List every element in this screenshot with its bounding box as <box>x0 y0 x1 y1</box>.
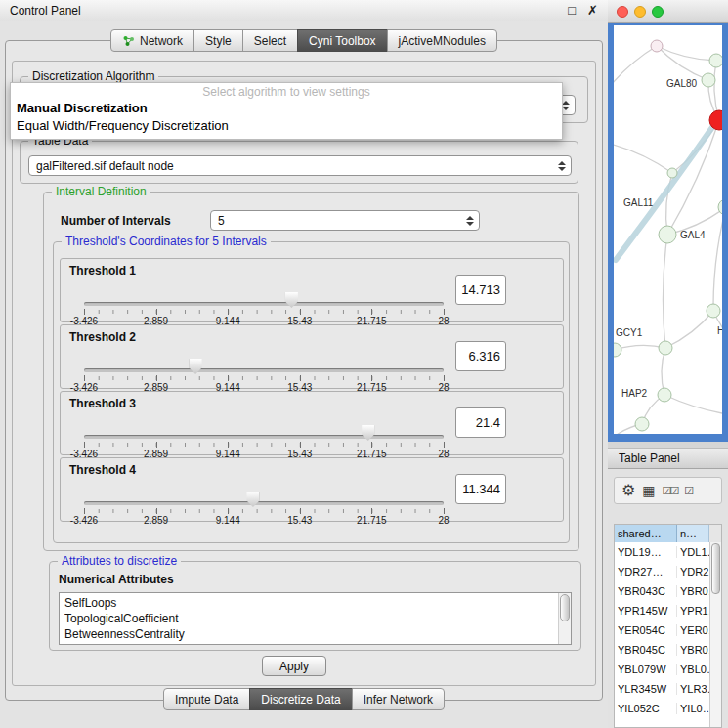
tab-label: Style <box>205 34 232 48</box>
attribute-item[interactable]: BetweennessCentrality <box>64 626 566 642</box>
attributes-legend: Attributes to discretize <box>58 554 181 568</box>
table-row[interactable]: YDL19…YDL1… <box>615 542 721 562</box>
network-node[interactable] <box>614 343 621 357</box>
attribute-item[interactable]: TopologicalCoefficient <box>64 611 566 626</box>
column-header-n-[interactable]: n… <box>677 525 709 542</box>
select-all-icon[interactable]: ☑☑ <box>663 486 678 496</box>
threshold-rows: Threshold 1-3.4262.8599.14415.4321.71528… <box>60 258 564 532</box>
number-of-intervals-combobox[interactable]: 5 <box>210 210 480 231</box>
cell-shared-name: YBR045C <box>615 644 677 656</box>
attributes-scrollbar[interactable] <box>558 593 571 644</box>
slider-minor-ticks <box>84 509 444 513</box>
slider-tick-label: 21.715 <box>357 515 387 526</box>
bottom-tab-bar: Impute DataDiscretize DataInfer Network <box>0 688 608 710</box>
scrollbar-thumb[interactable] <box>711 543 720 594</box>
tab-cyni-toolbox[interactable]: Cyni Toolbox <box>297 29 387 52</box>
network-node[interactable] <box>709 54 722 67</box>
table-row[interactable]: YBR045CYBR0… <box>615 640 721 660</box>
network-edge <box>614 143 672 173</box>
tab-discretize-data[interactable]: Discretize Data <box>249 688 352 710</box>
minimize-traffic-light-icon[interactable] <box>634 6 646 18</box>
threshold-slider: -3.4262.8599.14415.4321.71528 <box>84 392 444 456</box>
columns-icon[interactable]: ▦ <box>642 484 655 497</box>
table-scrollbar[interactable] <box>709 542 721 727</box>
threshold-row: Threshold 1-3.4262.8599.14415.4321.71528… <box>60 258 564 322</box>
table-row[interactable]: YBR043CYBR0… <box>615 581 721 601</box>
cell-shared-name: YIL052C <box>615 703 677 714</box>
column-header-shared-[interactable]: shared… <box>615 525 677 542</box>
network-edge <box>664 395 722 416</box>
table-data-combobox[interactable]: galFiltered.sif default node <box>28 155 572 176</box>
slider-track[interactable] <box>84 302 444 306</box>
tab-infer-network[interactable]: Infer Network <box>352 688 445 710</box>
network-node[interactable] <box>659 226 676 243</box>
cell-shared-name: YDR27… <box>615 566 677 578</box>
close-traffic-light-icon[interactable] <box>617 6 628 18</box>
table-row[interactable]: YIL052CYIL0… <box>615 699 721 718</box>
slider-tick-label: 2.859 <box>144 515 168 526</box>
table-header-row: shared…n… <box>615 525 721 542</box>
slider-major-tick <box>444 309 445 315</box>
cell-shared-name: YPR145W <box>615 605 677 617</box>
close-icon[interactable]: ✗ <box>587 4 598 17</box>
numerical-attributes-label: Numerical Attributes <box>59 573 174 586</box>
threshold-value-box[interactable]: 21.4 <box>455 407 506 438</box>
zoom-traffic-light-icon[interactable] <box>652 6 664 18</box>
cell-name: YER0… <box>677 624 709 636</box>
apply-button[interactable]: Apply <box>262 656 326 676</box>
attributes-listbox[interactable]: SelfLoopsTopologicalCoefficientBetweenne… <box>59 592 572 645</box>
slider-major-tick <box>228 375 229 381</box>
network-node[interactable] <box>658 388 671 402</box>
popup-option-manual-discretization[interactable]: Manual Discretization <box>11 100 562 117</box>
slider-major-tick <box>300 442 301 448</box>
threshold-value-box[interactable]: 14.713 <box>455 275 506 305</box>
number-of-intervals-label: Number of Intervals <box>61 214 171 228</box>
tab-select[interactable]: Select <box>242 29 298 52</box>
table-row[interactable]: YPR145WYPR1… <box>615 601 721 621</box>
attribute-item[interactable]: SelfLoops <box>64 595 566 611</box>
tab-jactivemnodules[interactable]: jActiveMNodules <box>387 29 497 52</box>
popup-option-equal-width-frequency-discretization[interactable]: Equal Width/Frequency Discretization <box>11 117 562 135</box>
network-node[interactable] <box>651 40 663 52</box>
threshold-value-box[interactable]: 11.344 <box>455 474 506 504</box>
slider-tick-label: 9.144 <box>216 515 240 526</box>
slider-major-tick <box>84 375 85 381</box>
slider-major-tick <box>228 309 229 315</box>
network-node[interactable] <box>702 73 715 87</box>
slider-minor-ticks <box>84 310 444 314</box>
network-edge <box>663 235 667 348</box>
scrollbar-thumb[interactable] <box>560 594 570 621</box>
threshold-value-box[interactable]: 6.316 <box>455 341 506 371</box>
slider-track[interactable] <box>84 501 444 505</box>
gear-icon[interactable]: ⚙ <box>621 483 635 498</box>
network-view-window: GAL80GAL11GAL4GCY1HAP2H <box>608 0 728 442</box>
table-panel-title: Table Panel <box>619 451 680 465</box>
clear-selection-icon[interactable]: ☑ <box>684 486 692 496</box>
algorithm-group-legend: Discretization Algorithm <box>28 69 158 83</box>
tab-label: Impute Data <box>175 693 238 707</box>
network-node[interactable] <box>659 341 672 355</box>
tab-style[interactable]: Style <box>193 29 243 52</box>
slider-minor-ticks <box>84 443 444 447</box>
float-window-icon[interactable]: □ <box>568 4 576 17</box>
cell-shared-name: YDL19… <box>615 546 677 558</box>
network-canvas-svg: GAL80GAL11GAL4GCY1HAP2H <box>614 25 722 434</box>
network-window-titlebar <box>608 0 728 23</box>
tab-impute-data[interactable]: Impute Data <box>163 688 250 710</box>
table-row[interactable]: YBL079WYBL0… <box>615 660 721 679</box>
cell-shared-name: YLR345W <box>615 683 677 695</box>
network-node-label: GAL11 <box>623 197 654 208</box>
network-node[interactable] <box>707 304 720 318</box>
network-node-label: GCY1 <box>616 327 643 338</box>
network-canvas[interactable]: GAL80GAL11GAL4GCY1HAP2H <box>614 25 722 434</box>
network-node[interactable] <box>635 417 649 431</box>
slider-track[interactable] <box>84 368 444 372</box>
table-row[interactable]: YLR345WYLR3… <box>615 679 721 699</box>
network-node[interactable] <box>667 168 677 178</box>
tab-network[interactable]: Network <box>110 29 194 52</box>
slider-tick-label: 15.43 <box>287 515 312 526</box>
slider-track[interactable] <box>84 435 444 439</box>
table-row[interactable]: YER054CYER0… <box>615 621 721 640</box>
dropdown-prompt: Select algorithm to view settings <box>11 83 562 100</box>
table-row[interactable]: YDR27…YDR2… <box>615 562 721 581</box>
